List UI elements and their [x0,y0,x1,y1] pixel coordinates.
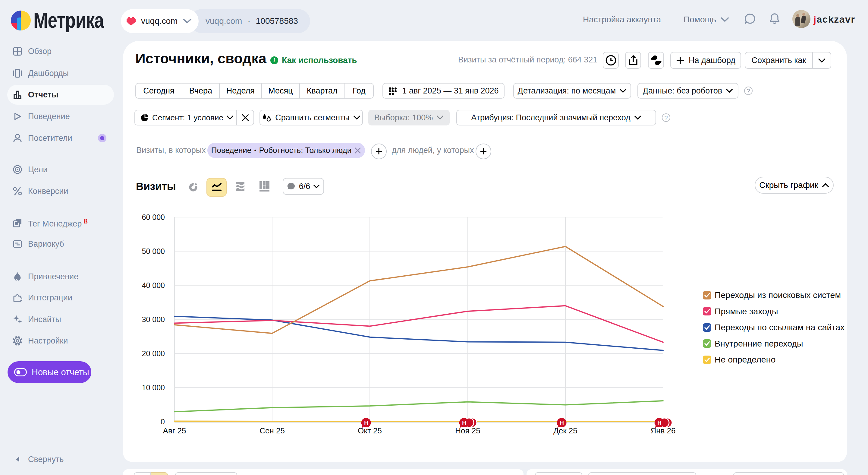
svg-text:Авг 25: Авг 25 [163,426,186,435]
svg-text:0: 0 [161,417,165,426]
svg-text:20 000: 20 000 [142,349,165,358]
svg-text:Н: Н [364,420,368,426]
svg-text:10 000: 10 000 [142,383,165,392]
svg-text:40 000: 40 000 [142,281,165,290]
svg-text:Дек 25: Дек 25 [553,426,578,435]
svg-text:Сен 25: Сен 25 [259,426,285,435]
svg-text:Н: Н [560,420,564,426]
svg-text:Окт 25: Окт 25 [358,426,382,435]
svg-text:30 000: 30 000 [142,315,165,324]
svg-text:50 000: 50 000 [142,247,165,256]
svg-text:Н: Н [462,420,466,426]
svg-text:Н: Н [657,420,661,426]
svg-text:60 000: 60 000 [142,213,165,221]
